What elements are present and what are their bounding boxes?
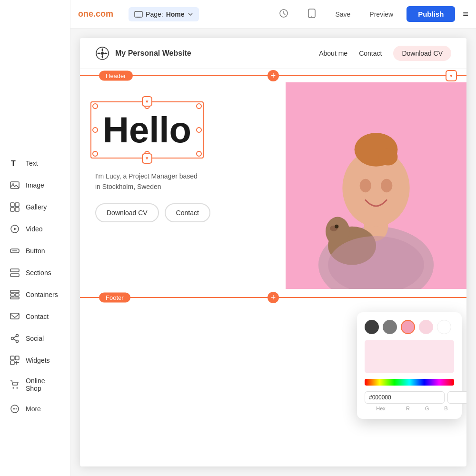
swatch-dark[interactable] [365,320,379,334]
sidebar-item-online-shop[interactable]: Online Shop [0,371,70,398]
sidebar-item-containers[interactable]: Containers [0,284,70,306]
svg-rect-3 [10,203,14,207]
r-input[interactable]: 123 [447,391,466,404]
hex-input[interactable]: #000000 [365,391,445,404]
website-preview: My Personal Website About me Contact Dow… [80,38,466,466]
svg-rect-4 [15,203,19,207]
color-labels: Hex R G B [365,406,454,411]
video-icon [10,224,20,234]
svg-rect-24 [15,356,19,360]
color-picker-panel: #000000 123 456 789 Hex R G B [357,312,462,419]
preview-button[interactable]: Preview [364,8,399,21]
swatch-pink[interactable] [401,320,415,334]
color-spectrum[interactable] [365,379,454,386]
color-swatches [365,320,454,334]
swatch-gray[interactable] [383,320,397,334]
svg-point-44 [378,148,397,165]
footer-add-button[interactable]: + [268,292,279,303]
sidebar-item-video[interactable]: Video [0,218,70,240]
svg-rect-5 [10,208,14,211]
svg-point-20 [11,337,14,340]
svg-rect-15 [15,294,19,296]
handle-ml[interactable] [92,127,98,133]
sidebar-item-button[interactable]: Button [0,240,70,262]
hello-text-element[interactable]: ▾ ▾ Hello [95,106,199,154]
sidebar-item-sections[interactable]: Sections [0,262,70,284]
sidebar-item-social[interactable]: Social [0,327,70,349]
sidebar-item-more[interactable]: More [0,398,70,420]
r-label: R [400,406,416,411]
chevron-down-icon [188,11,193,17]
svg-point-26 [13,387,14,389]
header-chevron-button[interactable]: ▾ [446,70,457,81]
more-icon [10,404,20,414]
header-section-bar: Header + ▾ [80,69,466,82]
svg-rect-6 [15,208,19,211]
hello-text: Hello [95,106,199,154]
svg-rect-25 [10,361,14,365]
social-icon [10,333,20,344]
device-icon [134,10,143,19]
color-preview[interactable] [365,340,454,373]
containers-icon [10,289,20,300]
sections-icon [10,268,20,278]
footer-label[interactable]: Footer [99,293,130,303]
handle-mr[interactable] [196,127,202,133]
site-nav: My Personal Website About me Contact Dow… [80,38,466,69]
widgets-icon [10,355,20,366]
sidebar-item-widgets[interactable]: Widgets [0,349,70,371]
page-selector[interactable]: Page: Home [129,7,199,21]
svg-rect-14 [10,294,14,296]
header-label[interactable]: Header [99,71,133,81]
save-button[interactable]: Save [329,8,356,21]
hex-label: Hex [365,406,397,411]
menu-button[interactable]: ≡ [463,9,468,20]
nav-link-about[interactable]: About me [319,50,347,57]
header-add-button[interactable]: + [268,70,279,81]
sidebar-item-image[interactable]: Image [0,174,70,196]
publish-button[interactable]: Publish [407,6,455,22]
hero-download-cv-button[interactable]: Download CV [95,203,159,222]
site-nav-links: About me Contact Download CV [319,46,451,61]
footer-section-bar: Footer + [80,291,466,304]
handle-br[interactable] [196,151,202,157]
handle-bl[interactable] [92,151,98,157]
svg-rect-32 [135,11,142,17]
bottom-chevron-handle[interactable]: ▾ [142,153,152,164]
swatch-light-pink[interactable] [419,320,433,334]
handle-tr[interactable] [196,103,202,109]
svg-rect-23 [10,356,14,360]
nav-link-contact[interactable]: Contact [359,50,382,57]
sidebar-item-contact[interactable]: Contact [0,306,70,327]
svg-point-27 [17,387,18,389]
svg-point-36 [311,16,312,17]
svg-point-29 [13,408,14,409]
sidebar: T Text Image Gallery [0,0,70,476]
nav-download-cv-button[interactable]: Download CV [393,46,451,61]
hero-contact-button[interactable]: Contact [165,203,210,222]
svg-point-19 [16,340,19,343]
top-chevron-handle[interactable]: ▾ [142,96,152,107]
mobile-preview-button[interactable] [302,6,322,22]
svg-point-38 [101,52,104,55]
handle-tl[interactable] [92,103,98,109]
history-button[interactable] [273,6,294,22]
canvas: My Personal Website About me Contact Dow… [70,29,476,476]
svg-point-45 [360,179,371,192]
contact-icon [10,311,20,322]
text-icon: T [10,158,20,169]
hero-left: ▾ ▾ Hello I'm Lucy, a Pr [80,82,286,289]
site-logo-area: My Personal Website [95,46,191,60]
color-inputs: #000000 123 456 789 [365,391,454,404]
swatch-white[interactable] [437,320,451,334]
site-name: My Personal Website [115,49,191,58]
mobile-icon [307,9,316,18]
svg-rect-12 [10,274,19,277]
sidebar-item-gallery[interactable]: Gallery [0,196,70,218]
site-logo-icon [95,46,109,60]
svg-marker-8 [14,228,17,230]
svg-rect-16 [10,297,19,299]
sidebar-item-text[interactable]: T Text [0,152,70,174]
gallery-icon [10,202,20,212]
svg-rect-17 [10,313,19,319]
